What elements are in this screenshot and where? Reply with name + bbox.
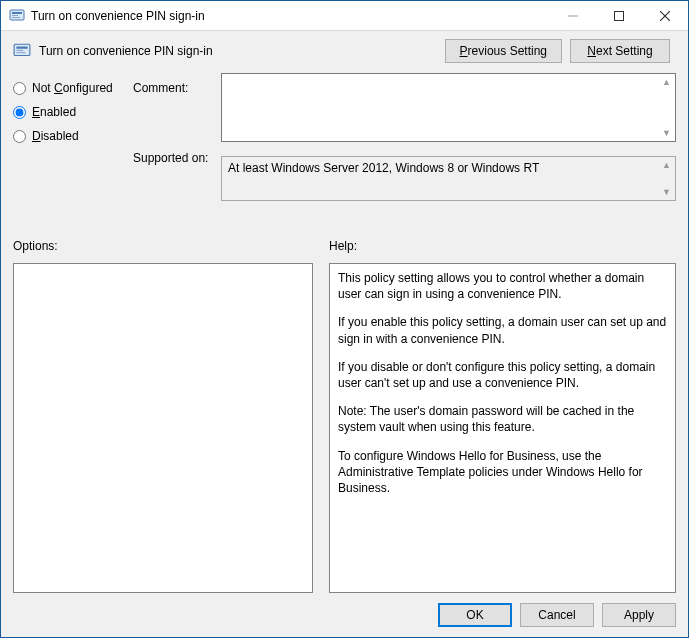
help-label: Help: [329,239,676,253]
radio-label: Enabled [32,105,76,119]
comment-label: Comment: [133,81,221,95]
svg-rect-10 [16,50,23,51]
label-column: Comment: Supported on: [133,73,221,221]
ok-button[interactable]: OK [438,603,512,627]
close-button[interactable] [642,1,688,30]
svg-rect-5 [615,11,624,20]
help-paragraph: To configure Windows Hello for Business,… [338,448,667,497]
supported-on-field [222,157,675,197]
radio-not-configured[interactable]: Not Configured [13,81,133,95]
options-label: Options: [13,239,313,253]
options-column: Options: [13,239,313,593]
state-column: Not Configured Enabled Disabled [13,73,133,221]
policy-icon [13,42,31,60]
policy-header-row: Turn on convenience PIN sign-in Previous… [1,31,688,69]
svg-rect-9 [16,47,27,49]
svg-rect-11 [16,52,25,53]
cancel-button[interactable]: Cancel [520,603,594,627]
help-column: Help: This policy setting allows you to … [329,239,676,593]
comment-field-wrap: ▲ ▼ [221,73,676,142]
help-panel: This policy setting allows you to contro… [329,263,676,593]
svg-rect-2 [12,15,18,16]
comment-field[interactable] [222,74,675,138]
help-paragraph: If you disable or don't configure this p… [338,359,667,391]
radio-label: Disabled [32,129,79,143]
radio-enabled-input[interactable] [13,106,26,119]
window-title: Turn on convenience PIN sign-in [31,9,550,23]
policy-icon [9,8,25,24]
radio-not-configured-input[interactable] [13,82,26,95]
radio-disabled-input[interactable] [13,130,26,143]
radio-disabled[interactable]: Disabled [13,129,133,143]
gpo-setting-dialog: Turn on convenience PIN sign-in [0,0,689,638]
svg-rect-1 [12,12,22,14]
apply-button[interactable]: Apply [602,603,676,627]
upper-area: Not Configured Enabled Disabled Comment:… [1,69,688,221]
help-paragraph: If you enable this policy setting, a dom… [338,314,667,346]
radio-enabled[interactable]: Enabled [13,105,133,119]
next-setting-button[interactable]: Next Setting [570,39,670,63]
titlebar: Turn on convenience PIN sign-in [1,1,688,31]
minimize-button[interactable] [550,1,596,30]
maximize-button[interactable] [596,1,642,30]
supported-on-field-wrap: ▲ ▼ [221,156,676,201]
input-column: ▲ ▼ ▲ ▼ [221,73,676,221]
lower-area: Options: Help: This policy setting allow… [1,221,688,593]
svg-rect-3 [12,17,20,18]
policy-title: Turn on convenience PIN sign-in [39,44,445,58]
help-paragraph: This policy setting allows you to contro… [338,270,667,302]
options-panel[interactable] [13,263,313,593]
dialog-footer: OK Cancel Apply [1,593,688,637]
previous-setting-button[interactable]: Previous Setting [445,39,562,63]
window-controls [550,1,688,30]
help-paragraph: Note: The user's domain password will be… [338,403,667,435]
supported-on-label: Supported on: [133,151,221,165]
radio-label: Not Configured [32,81,113,95]
